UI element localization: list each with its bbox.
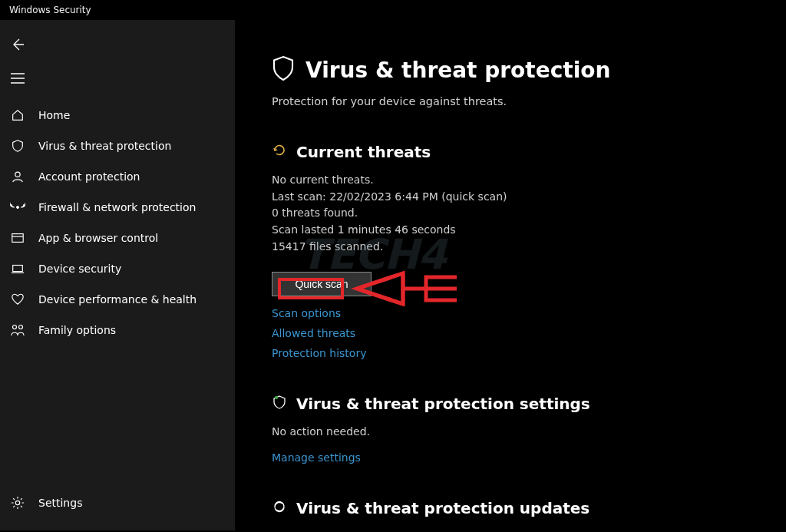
threat-status: No current threats.	[272, 172, 786, 189]
back-button[interactable]	[0, 28, 35, 61]
sidebar-item-label: Device security	[38, 263, 121, 275]
sidebar-item-label: App & browser control	[38, 232, 158, 244]
updates-status: Security intelligence is up to date.	[272, 528, 786, 530]
family-icon	[8, 323, 27, 337]
threats-found: 0 threats found.	[272, 205, 786, 222]
sidebar: Home Virus & threat protection Account p…	[0, 20, 235, 530]
shield-icon	[8, 139, 27, 153]
current-threats-section: Current threats No current threats. Last…	[272, 143, 786, 359]
sidebar-item-app-browser[interactable]: App & browser control	[0, 223, 235, 253]
update-icon	[272, 499, 287, 517]
sidebar-item-performance[interactable]: Device performance & health	[0, 284, 235, 315]
svg-point-4	[13, 325, 17, 329]
sidebar-item-home[interactable]: Home	[0, 100, 235, 131]
gear-icon	[8, 496, 27, 510]
section-heading: Virus & threat protection settings	[296, 395, 590, 413]
page-subtitle: Protection for your device against threa…	[272, 95, 786, 107]
protection-updates-section: Virus & threat protection updates Securi…	[272, 499, 786, 530]
browser-icon	[8, 231, 27, 245]
svg-rect-2	[12, 234, 23, 243]
protection-history-link[interactable]: Protection history	[272, 347, 786, 359]
sidebar-item-label: Device performance & health	[38, 293, 196, 306]
shield-icon	[272, 55, 295, 84]
svg-point-7	[275, 396, 278, 399]
sidebar-item-label: Family options	[38, 324, 116, 336]
scan-options-link[interactable]: Scan options	[272, 307, 786, 319]
section-heading: Current threats	[296, 143, 431, 161]
nav-list: Home Virus & threat protection Account p…	[0, 100, 235, 487]
menu-button[interactable]	[0, 61, 35, 95]
settings-status: No action needed.	[272, 424, 786, 441]
sidebar-item-family[interactable]: Family options	[0, 315, 235, 345]
svg-point-1	[17, 207, 19, 209]
sidebar-item-firewall[interactable]: Firewall & network protection	[0, 192, 235, 223]
home-icon	[8, 108, 27, 122]
heart-icon	[8, 292, 27, 306]
svg-point-6	[15, 501, 19, 504]
manage-settings-link[interactable]: Manage settings	[272, 451, 786, 464]
back-arrow-icon	[10, 37, 25, 52]
main-content: Virus & threat protection Protection for…	[235, 20, 786, 530]
last-scan: Last scan: 22/02/2023 6:44 PM (quick sca…	[272, 189, 786, 206]
laptop-icon	[8, 262, 27, 276]
quick-scan-button[interactable]: Quick scan	[272, 272, 372, 296]
svg-point-5	[19, 325, 23, 329]
settings-shield-icon	[272, 395, 287, 413]
section-heading: Virus & threat protection updates	[296, 499, 590, 517]
sidebar-item-label: Account protection	[38, 170, 140, 183]
sidebar-item-account[interactable]: Account protection	[0, 161, 235, 192]
page-title: Virus & threat protection	[305, 58, 610, 83]
sidebar-item-label: Home	[38, 109, 70, 121]
sidebar-item-label: Settings	[38, 497, 82, 509]
title-bar: Windows Security	[0, 0, 786, 20]
hamburger-icon	[11, 73, 25, 84]
files-scanned: 15417 files scanned.	[272, 239, 786, 256]
allowed-threats-link[interactable]: Allowed threats	[272, 327, 786, 339]
refresh-icon	[272, 143, 287, 161]
scan-duration: Scan lasted 1 minutes 46 seconds	[272, 222, 786, 239]
sidebar-item-virus-threat[interactable]: Virus & threat protection	[0, 131, 235, 161]
svg-rect-3	[13, 266, 23, 272]
protection-settings-section: Virus & threat protection settings No ac…	[272, 395, 786, 464]
svg-point-0	[15, 172, 20, 177]
person-icon	[8, 170, 27, 183]
sidebar-item-settings[interactable]: Settings	[0, 487, 235, 518]
app-title: Windows Security	[9, 5, 91, 15]
sidebar-item-label: Firewall & network protection	[38, 201, 196, 213]
wifi-icon	[8, 200, 27, 214]
sidebar-item-device-security[interactable]: Device security	[0, 253, 235, 284]
sidebar-item-label: Virus & threat protection	[38, 140, 171, 152]
